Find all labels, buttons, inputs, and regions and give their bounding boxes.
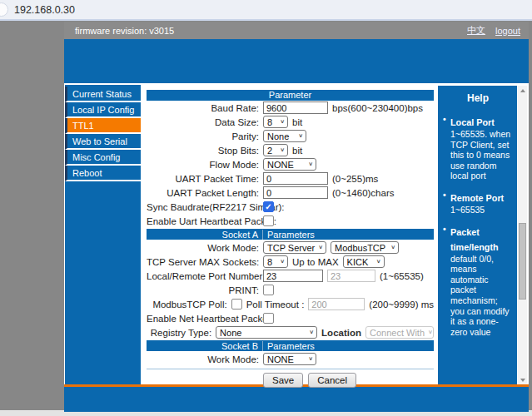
site-favicon-icon: [0, 2, 8, 17]
row-registry-type: Registry Type: None∨ Location Connect Wi…: [147, 325, 434, 339]
help-item-local-port: • Local Port 1~65535. when TCP Client, s…: [443, 114, 513, 181]
work-mode-b-select[interactable]: NONE∨: [263, 353, 316, 365]
row-tcp-server-max: TCP Server MAX Sockets: 8∨ Up to MAX KIC…: [147, 255, 434, 269]
stop-bits-select[interactable]: 2∨: [263, 144, 288, 156]
parity-label: Parity:: [147, 131, 263, 141]
help-scrollbar[interactable]: [517, 86, 527, 384]
row-work-mode-a: Work Mode: TCP Server∨ ModbusTCP∨: [147, 240, 434, 255]
help-item-packet: • Packet time/length default 0/0, means …: [443, 224, 513, 338]
save-button[interactable]: Save: [263, 373, 303, 388]
chevron-down-icon: ∨: [298, 133, 303, 139]
row-local-remote-port: Local/Remote Port Number: (1~65535): [147, 269, 434, 283]
modbus-poll-checkbox[interactable]: [231, 299, 242, 310]
stop-bits-label: Stop Bits:: [147, 146, 263, 156]
sidebar-nav: Current Status Local IP Config TTL1 Web …: [65, 87, 141, 181]
uart-packet-time-label: UART Packet Time:: [147, 174, 263, 184]
local-remote-port-label: Local/Remote Port Number:: [147, 271, 263, 281]
work-mode-a-select[interactable]: TCP Server∨: [263, 241, 326, 254]
sync-baudrate-checkbox[interactable]: ✓: [263, 201, 274, 212]
tcp-server-max-middle: Up to MAX: [292, 257, 339, 267]
work-mode-a-label: Work Mode:: [147, 243, 263, 253]
poll-timeout-range: (200~9999) ms: [369, 300, 434, 310]
tcp-server-max-select[interactable]: 8∨: [263, 255, 288, 268]
app-window: firmware revision: v3015 中文 logout Curre…: [64, 22, 529, 412]
row-baud-rate: Baud Rate: bps(600~230400)bps: [147, 101, 434, 115]
print-label: PRINT:: [147, 285, 263, 295]
data-size-select[interactable]: 8∨: [263, 116, 288, 128]
uart-packet-length-input[interactable]: [263, 186, 328, 199]
work-mode-a-sub-select[interactable]: ModbusTCP∨: [331, 241, 399, 254]
form-divider: [147, 369, 434, 369]
bullet-icon: •: [443, 190, 450, 215]
sidebar-item-ttl1[interactable]: TTL1: [65, 118, 141, 134]
work-mode-b-label: Work Mode:: [147, 354, 263, 364]
baud-rate-range: bps(600~230400)bps: [332, 103, 423, 113]
chevron-down-icon: ∨: [318, 245, 323, 250]
sidebar: Current Status Local IP Config TTL1 Web …: [65, 85, 141, 384]
bullet-icon: •: [443, 224, 450, 338]
language-link[interactable]: 中文: [467, 24, 485, 37]
flow-mode-label: Flow Mode:: [147, 160, 263, 170]
stop-bits-unit: bit: [292, 146, 302, 156]
flow-mode-select[interactable]: NONE∨: [263, 158, 316, 171]
sidebar-item-local-ip-config[interactable]: Local IP Config: [65, 102, 141, 118]
port-range: (1~65535): [380, 271, 424, 281]
button-row: Save Cancel: [147, 373, 434, 388]
scroll-down-icon[interactable]: [518, 375, 528, 384]
print-checkbox[interactable]: [263, 285, 274, 295]
chevron-down-icon: ∨: [390, 245, 395, 250]
enable-net-heartbeat-checkbox[interactable]: [263, 313, 274, 324]
help-item-heading: Packet time/length: [450, 227, 499, 252]
kick-select[interactable]: KICK∨: [343, 255, 385, 268]
scrollbar-thumb[interactable]: [519, 223, 526, 300]
content-area: Current Status Local IP Config TTL1 Web …: [64, 83, 529, 384]
help-item-text: 1~65535: [450, 205, 513, 215]
enable-net-heartbeat-label: Enable Net Heartbeat Packet:: [147, 314, 263, 324]
section-title-socket-b: Socket B Parameters: [147, 340, 434, 351]
sidebar-item-reboot[interactable]: Reboot: [65, 166, 141, 181]
firmware-revision-label: firmware revision: v3015: [75, 26, 174, 36]
sidebar-item-current-status[interactable]: Current Status: [65, 87, 141, 102]
help-title: Help: [443, 92, 513, 104]
local-port-input[interactable]: [263, 270, 323, 282]
poll-timeout-label: Poll Timeout :: [246, 300, 305, 310]
uart-packet-length-label: UART Packet Length:: [147, 188, 263, 198]
chevron-down-icon: ∨: [428, 329, 433, 335]
chevron-down-icon: ∨: [280, 147, 285, 153]
footer-band: [64, 387, 529, 412]
row-uart-packet-time: UART Packet Time: (0~255)ms: [147, 171, 434, 186]
help-item-text: 1~65535. when TCP Client, set this to 0 …: [450, 129, 513, 181]
sidebar-item-web-to-serial[interactable]: Web to Serial: [65, 134, 141, 150]
row-print: PRINT:: [147, 283, 434, 297]
row-work-mode-b: Work Mode: NONE∨: [147, 352, 434, 366]
enable-uart-heartbeat-checkbox[interactable]: [263, 215, 274, 226]
row-stop-bits: Stop Bits: 2∨ bit: [147, 143, 434, 157]
chevron-down-icon: ∨: [308, 161, 313, 167]
baud-rate-input[interactable]: [263, 102, 328, 114]
parity-select[interactable]: None∨: [263, 130, 306, 142]
sidebar-item-misc-config[interactable]: Misc Config: [65, 150, 141, 166]
cancel-button[interactable]: Cancel: [308, 373, 356, 388]
help-item-heading: Remote Port: [450, 193, 504, 203]
section-title-parameter: Parameter: [147, 90, 434, 101]
remote-port-input: [327, 270, 375, 282]
chevron-down-icon: ∨: [376, 259, 381, 265]
help-item-remote-port: • Remote Port 1~65535: [443, 190, 513, 215]
poll-timeout-input: [308, 298, 365, 310]
uart-packet-time-input[interactable]: [263, 172, 328, 185]
modbus-poll-label: ModbusTCP Poll:: [147, 300, 231, 310]
row-uart-packet-length: UART Packet Length: (0~1460)chars: [147, 186, 434, 200]
logout-link[interactable]: logout: [495, 26, 520, 36]
parameter-form: Parameter Baud Rate: bps(600~230400)bps …: [147, 90, 434, 388]
firmware-bar: firmware revision: v3015 中文 logout: [64, 22, 529, 39]
data-size-unit: bit: [292, 117, 302, 127]
uart-packet-length-range: (0~1460)chars: [332, 188, 394, 198]
row-parity: Parity: None∨: [147, 129, 434, 143]
browser-tab-title[interactable]: 192.168.0.30: [14, 0, 75, 20]
scroll-up-icon[interactable]: [518, 86, 528, 95]
section-title-socket-a: Socket A Parameters: [147, 229, 434, 240]
registry-type-select[interactable]: None∨: [216, 326, 317, 339]
tcp-server-max-label: TCP Server MAX Sockets:: [147, 257, 263, 267]
header-banner: [64, 39, 529, 83]
baud-rate-label: Baud Rate:: [147, 103, 263, 113]
